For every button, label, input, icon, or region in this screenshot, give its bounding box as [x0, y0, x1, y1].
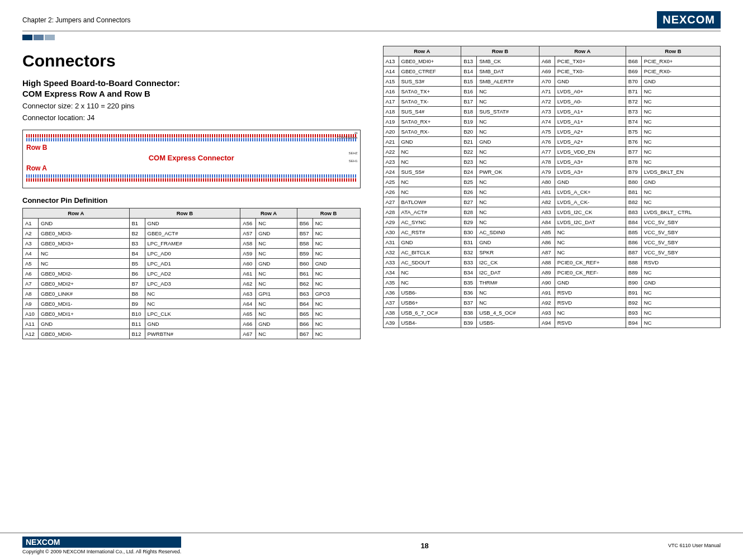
section-heading-1: High Speed Board-to-Board Connector:: [22, 78, 361, 88]
cell: B1: [129, 219, 145, 229]
cell: B85: [626, 227, 641, 238]
cell: B27: [461, 197, 477, 207]
cell: NC: [313, 269, 360, 279]
cell: GND: [313, 259, 360, 269]
table-row: A21GNDB21GNDA76LVDS_A2+B76NC: [383, 137, 721, 147]
cell: LVDS_BKLT_ CTRL: [641, 207, 720, 217]
cell: A17: [383, 97, 399, 107]
cell: NC: [641, 288, 720, 298]
cell: SUS_STAT#: [477, 107, 539, 117]
cell: NC: [399, 177, 461, 187]
table-row: A6GBE0_MDI2-B6LPC_AD2A61NCB61NC: [23, 269, 361, 279]
cell: B7: [129, 279, 145, 289]
cell: RSVD: [641, 258, 720, 268]
cell: GBE0_ACT#: [145, 229, 240, 239]
cell: B91: [626, 288, 641, 298]
cell: NC: [399, 268, 461, 278]
cell: USB5-: [477, 318, 539, 328]
cell: A16: [383, 87, 399, 97]
connector-location: Connector location: J4: [22, 113, 361, 122]
cell: SUS_S3#: [399, 77, 461, 87]
cell: A1: [23, 219, 39, 229]
cell: PCIE_TX0+: [555, 56, 626, 67]
cell: B28: [461, 207, 477, 217]
table-row: A32AC_BITCLKB32SPKRA87NCB87VCC_5V_SBY: [383, 248, 721, 258]
row-a-label: Row A: [26, 164, 357, 172]
table-row: A12GBE0_MDI0-B12PWRBTN#A67NCB67NC: [23, 329, 361, 339]
cell: A67: [240, 329, 256, 339]
cell: A68: [539, 56, 555, 67]
table-row: A20SATA0_RX-B20NCA75LVDS_A2+B75NC: [383, 127, 721, 137]
cell: A92: [539, 298, 555, 308]
cell: B22: [461, 147, 477, 157]
cell: GND: [555, 77, 626, 87]
cell: ATA_ACT#: [399, 207, 461, 217]
cell: B67: [297, 329, 313, 339]
cell: A88: [539, 258, 555, 268]
cell: LVDS_A2+: [555, 137, 626, 147]
cell: GND: [39, 219, 130, 229]
cell: THRM#: [477, 278, 539, 288]
cell: GND: [555, 278, 626, 288]
cell: NC: [477, 288, 539, 298]
cell: NC: [641, 197, 720, 207]
cell: B63: [297, 289, 313, 299]
cell: B62: [297, 279, 313, 289]
cell: USB6-: [399, 288, 461, 298]
table-row: A38USB_6_7_OC#B38USB_4_5_OC#A93NCB93NC: [383, 308, 721, 318]
th2-rowA: Row A: [383, 46, 461, 56]
cell: A8: [23, 289, 39, 299]
cell: LVDS_BKLT_EN: [641, 167, 720, 177]
cell: B31: [461, 238, 477, 248]
cell: NC: [313, 319, 360, 329]
cell: A70: [539, 77, 555, 87]
cell: GND: [399, 137, 461, 147]
cell: NC: [477, 127, 539, 137]
cell: NC: [641, 187, 720, 197]
cell: NC: [555, 248, 626, 258]
cell: A75: [539, 127, 555, 137]
cell: LVDS_A2+: [555, 127, 626, 137]
cell: B25: [461, 177, 477, 187]
cell: GND: [399, 238, 461, 248]
cell: RSVD: [555, 298, 626, 308]
cell: LVDS_I2C_DAT: [555, 217, 626, 227]
cell: NC: [641, 157, 720, 167]
cell: B6: [129, 269, 145, 279]
cell: NC: [477, 207, 539, 217]
cell: GND: [641, 278, 720, 288]
cell: USB_6_7_OC#: [399, 308, 461, 318]
cell: A31: [383, 238, 399, 248]
cell: B65: [297, 309, 313, 319]
cell: B30: [461, 227, 477, 238]
cell: GBE0_MDI1-: [39, 299, 130, 309]
cell: B37: [461, 298, 477, 308]
cell: NC: [313, 219, 360, 229]
table-row: A17SATA0_TX-B17NCA72LVDS_A0-B72NC: [383, 97, 721, 107]
chapter-title: Chapter 2: Jumpers and Connectors: [22, 16, 130, 24]
cell: NC: [641, 308, 720, 318]
cell: B4: [129, 249, 145, 259]
cell: LVDS_A3+: [555, 157, 626, 167]
cell: A81: [539, 187, 555, 197]
cell: PWRBTN#: [145, 329, 240, 339]
cell: A76: [539, 137, 555, 147]
cell: LVDS_A0+: [555, 87, 626, 97]
cell: LPC_AD0: [145, 249, 240, 259]
cell: A9: [23, 299, 39, 309]
cell: A2: [23, 229, 39, 239]
cell: AC_RST#: [399, 227, 461, 238]
cell: A33: [383, 258, 399, 268]
cell: GBE0_LINK#: [39, 289, 130, 299]
cell: GBE0_MDI1+: [39, 309, 130, 319]
cell: A72: [539, 97, 555, 107]
cell: NC: [641, 107, 720, 117]
cell: NC: [641, 127, 720, 137]
cell: B86: [626, 238, 641, 248]
cell: B38: [461, 308, 477, 318]
cell: A22: [383, 147, 399, 157]
table-row: A29AC_SYNCB29NCA84LVDS_I2C_DATB84VCC_5V_…: [383, 217, 721, 227]
cell: A34: [383, 268, 399, 278]
cell: NC: [641, 318, 720, 328]
cell: A60: [240, 259, 256, 269]
